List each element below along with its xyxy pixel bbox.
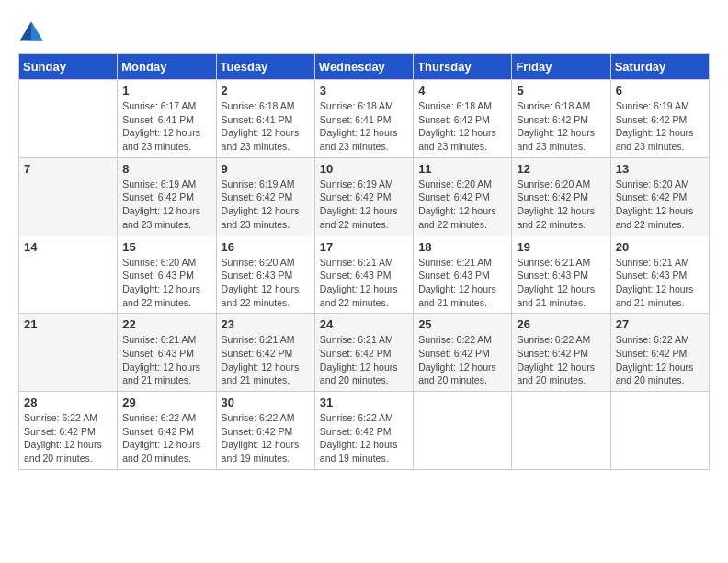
calendar-cell: 7 (19, 157, 118, 236)
day-number: 14 (24, 240, 112, 254)
calendar-cell: 22Sunrise: 6:21 AMSunset: 6:43 PMDayligh… (118, 314, 216, 392)
day-info: Sunrise: 6:20 AMSunset: 6:43 PMDaylight:… (222, 256, 310, 310)
page-header (18, 18, 710, 44)
calendar-cell: 12Sunrise: 6:20 AMSunset: 6:42 PMDayligh… (512, 157, 610, 236)
calendar-cell: 17Sunrise: 6:21 AMSunset: 6:43 PMDayligh… (314, 236, 413, 314)
day-info: Sunrise: 6:18 AMSunset: 6:41 PMDaylight:… (222, 99, 310, 154)
day-number: 20 (616, 240, 704, 254)
calendar-cell (414, 392, 512, 470)
day-number: 16 (222, 240, 310, 254)
day-info: Sunrise: 6:21 AMSunset: 6:43 PMDaylight:… (418, 256, 506, 310)
col-header-sunday: Sunday (19, 54, 118, 80)
day-number: 5 (517, 84, 605, 98)
day-number: 30 (222, 396, 310, 409)
svg-marker-1 (31, 22, 43, 41)
calendar-table: SundayMondayTuesdayWednesdayThursdayFrid… (18, 53, 710, 470)
day-info: Sunrise: 6:19 AMSunset: 6:42 PMDaylight:… (222, 178, 310, 232)
day-info: Sunrise: 6:22 AMSunset: 6:42 PMDaylight:… (517, 333, 605, 387)
day-number: 31 (320, 396, 408, 409)
day-info: Sunrise: 6:19 AMSunset: 6:42 PMDaylight:… (320, 178, 408, 232)
day-info: Sunrise: 6:18 AMSunset: 6:42 PMDaylight:… (418, 99, 506, 154)
calendar-cell: 19Sunrise: 6:21 AMSunset: 6:43 PMDayligh… (512, 236, 610, 314)
day-number: 28 (24, 396, 112, 409)
day-number: 9 (222, 162, 310, 176)
calendar-cell: 23Sunrise: 6:21 AMSunset: 6:42 PMDayligh… (216, 314, 314, 392)
calendar-cell: 27Sunrise: 6:22 AMSunset: 6:42 PMDayligh… (610, 314, 709, 392)
calendar-cell: 13Sunrise: 6:20 AMSunset: 6:42 PMDayligh… (610, 157, 709, 236)
calendar-cell: 24Sunrise: 6:21 AMSunset: 6:42 PMDayligh… (314, 314, 413, 392)
day-info: Sunrise: 6:21 AMSunset: 6:42 PMDaylight:… (222, 333, 310, 387)
logo (18, 18, 48, 44)
day-info: Sunrise: 6:22 AMSunset: 6:42 PMDaylight:… (320, 411, 408, 465)
day-info: Sunrise: 6:20 AMSunset: 6:43 PMDaylight:… (122, 256, 210, 310)
col-header-tuesday: Tuesday (216, 54, 314, 80)
day-info: Sunrise: 6:19 AMSunset: 6:42 PMDaylight:… (122, 178, 210, 232)
day-number: 4 (418, 84, 506, 98)
day-info: Sunrise: 6:18 AMSunset: 6:42 PMDaylight:… (517, 99, 605, 154)
day-number: 1 (122, 84, 210, 98)
day-info: Sunrise: 6:22 AMSunset: 6:42 PMDaylight:… (616, 333, 704, 387)
calendar-cell: 20Sunrise: 6:21 AMSunset: 6:43 PMDayligh… (610, 236, 709, 314)
calendar-cell: 28Sunrise: 6:22 AMSunset: 6:42 PMDayligh… (19, 392, 118, 470)
col-header-thursday: Thursday (414, 54, 512, 80)
col-header-monday: Monday (118, 54, 216, 80)
day-number: 13 (616, 162, 704, 176)
calendar-cell: 29Sunrise: 6:22 AMSunset: 6:42 PMDayligh… (118, 392, 216, 470)
day-number: 26 (517, 317, 605, 331)
day-info: Sunrise: 6:21 AMSunset: 6:43 PMDaylight:… (616, 256, 704, 310)
day-number: 24 (320, 317, 408, 331)
day-number: 6 (616, 84, 704, 98)
day-number: 17 (320, 240, 408, 254)
day-info: Sunrise: 6:22 AMSunset: 6:42 PMDaylight:… (418, 333, 506, 387)
calendar-cell: 1Sunrise: 6:17 AMSunset: 6:41 PMDaylight… (118, 80, 216, 158)
col-header-saturday: Saturday (610, 54, 709, 80)
day-number: 7 (24, 162, 112, 176)
calendar-cell: 26Sunrise: 6:22 AMSunset: 6:42 PMDayligh… (512, 314, 610, 392)
day-number: 8 (122, 162, 210, 176)
calendar-cell: 15Sunrise: 6:20 AMSunset: 6:43 PMDayligh… (118, 236, 216, 314)
day-info: Sunrise: 6:21 AMSunset: 6:43 PMDaylight:… (122, 333, 210, 387)
day-info: Sunrise: 6:21 AMSunset: 6:42 PMDaylight:… (320, 333, 408, 387)
day-info: Sunrise: 6:20 AMSunset: 6:42 PMDaylight:… (418, 178, 506, 232)
day-number: 25 (418, 317, 506, 331)
day-info: Sunrise: 6:19 AMSunset: 6:42 PMDaylight:… (616, 99, 704, 154)
day-info: Sunrise: 6:20 AMSunset: 6:42 PMDaylight:… (616, 178, 704, 232)
calendar-cell: 30Sunrise: 6:22 AMSunset: 6:42 PMDayligh… (216, 392, 314, 470)
day-number: 10 (320, 162, 408, 176)
calendar-cell: 6Sunrise: 6:19 AMSunset: 6:42 PMDaylight… (610, 80, 709, 158)
day-info: Sunrise: 6:17 AMSunset: 6:41 PMDaylight:… (122, 99, 210, 154)
logo-icon (18, 18, 44, 44)
day-number: 15 (122, 240, 210, 254)
day-number: 21 (24, 317, 112, 331)
calendar-cell: 31Sunrise: 6:22 AMSunset: 6:42 PMDayligh… (314, 392, 413, 470)
calendar-cell (19, 80, 118, 158)
day-number: 29 (122, 396, 210, 409)
day-info: Sunrise: 6:21 AMSunset: 6:43 PMDaylight:… (320, 256, 408, 310)
day-info: Sunrise: 6:20 AMSunset: 6:42 PMDaylight:… (517, 178, 605, 232)
calendar-cell: 11Sunrise: 6:20 AMSunset: 6:42 PMDayligh… (414, 157, 512, 236)
col-header-wednesday: Wednesday (314, 54, 413, 80)
day-number: 22 (122, 317, 210, 331)
calendar-cell (512, 392, 610, 470)
calendar-cell: 25Sunrise: 6:22 AMSunset: 6:42 PMDayligh… (414, 314, 512, 392)
calendar-cell: 14 (19, 236, 118, 314)
day-info: Sunrise: 6:22 AMSunset: 6:42 PMDaylight:… (24, 411, 112, 465)
day-number: 2 (222, 84, 310, 98)
calendar-cell: 9Sunrise: 6:19 AMSunset: 6:42 PMDaylight… (216, 157, 314, 236)
day-info: Sunrise: 6:22 AMSunset: 6:42 PMDaylight:… (222, 411, 310, 465)
day-number: 12 (517, 162, 605, 176)
calendar-cell: 10Sunrise: 6:19 AMSunset: 6:42 PMDayligh… (314, 157, 413, 236)
day-number: 18 (418, 240, 506, 254)
calendar-cell: 16Sunrise: 6:20 AMSunset: 6:43 PMDayligh… (216, 236, 314, 314)
day-number: 19 (517, 240, 605, 254)
calendar-cell: 2Sunrise: 6:18 AMSunset: 6:41 PMDaylight… (216, 80, 314, 158)
day-number: 11 (418, 162, 506, 176)
calendar-cell: 3Sunrise: 6:18 AMSunset: 6:41 PMDaylight… (314, 80, 413, 158)
calendar-cell: 5Sunrise: 6:18 AMSunset: 6:42 PMDaylight… (512, 80, 610, 158)
calendar-cell: 21 (19, 314, 118, 392)
col-header-friday: Friday (512, 54, 610, 80)
day-info: Sunrise: 6:22 AMSunset: 6:42 PMDaylight:… (122, 411, 210, 465)
day-info: Sunrise: 6:18 AMSunset: 6:41 PMDaylight:… (320, 99, 408, 154)
day-number: 3 (320, 84, 408, 98)
calendar-cell: 18Sunrise: 6:21 AMSunset: 6:43 PMDayligh… (414, 236, 512, 314)
